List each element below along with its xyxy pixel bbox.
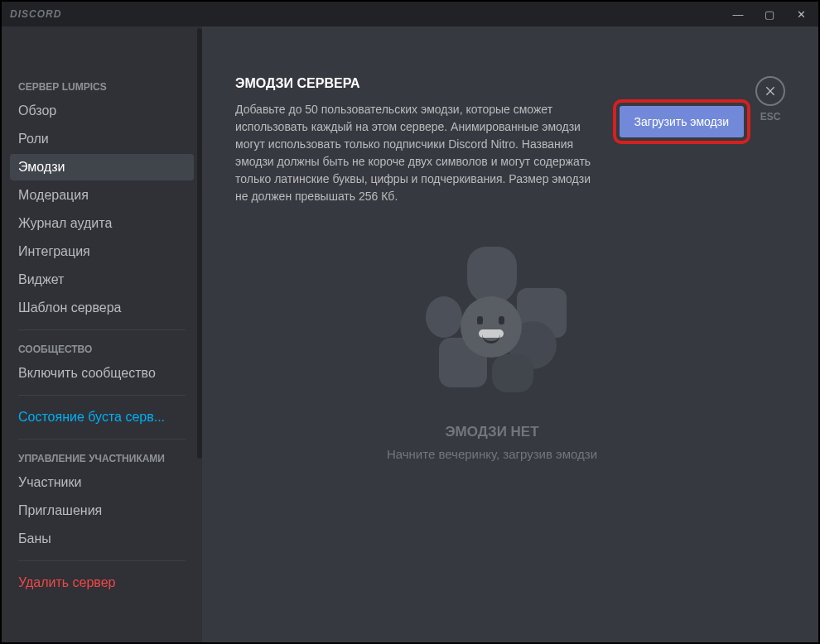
sidebar-item-emoji[interactable]: Эмодзи <box>10 154 194 180</box>
sidebar-item-enable-community[interactable]: Включить сообщество <box>10 360 194 387</box>
upload-emoji-button[interactable]: Загрузить эмодзи <box>620 106 744 137</box>
sidebar-separator <box>18 329 186 330</box>
sidebar-item-audit-log[interactable]: Журнал аудита <box>10 210 194 237</box>
header-row: ЭМОДЗИ СЕРВЕРА Добавьте до 50 пользовате… <box>235 76 749 205</box>
empty-state-illustration <box>401 238 583 404</box>
sidebar-item-widget[interactable]: Виджет <box>10 267 194 293</box>
section-title: ЭМОДЗИ СЕРВЕРА <box>235 76 591 91</box>
header-text-col: ЭМОДЗИ СЕРВЕРА Добавьте до 50 пользовате… <box>235 76 591 205</box>
main-area: СЕРВЕР LUMPICS Обзор Роли Эмодзи Модерац… <box>2 26 818 642</box>
sidebar-header-server: СЕРВЕР LUMPICS <box>10 76 194 98</box>
titlebar: DISCORD — ▢ ✕ <box>2 2 818 26</box>
close-window-button[interactable]: ✕ <box>792 8 810 21</box>
app-logo: DISCORD <box>10 8 61 20</box>
empty-state-subtitle: Начните вечеринку, загрузив эмодзи <box>387 447 597 461</box>
close-column: ESC <box>755 76 785 123</box>
sidebar-item-roles[interactable]: Роли <box>10 126 194 152</box>
sidebar-item-overview[interactable]: Обзор <box>10 98 194 124</box>
empty-state: ЭМОДЗИ НЕТ Начните вечеринку, загрузив э… <box>235 238 749 461</box>
sidebar-item-integrations[interactable]: Интеграция <box>10 238 194 265</box>
sidebar-item-members[interactable]: Участники <box>10 469 194 496</box>
sidebar-separator <box>18 560 186 561</box>
close-button[interactable] <box>755 76 785 106</box>
minimize-button[interactable]: — <box>729 8 747 21</box>
sidebar-item-moderation[interactable]: Модерация <box>10 182 194 209</box>
maximize-button[interactable]: ▢ <box>760 8 779 21</box>
window-controls: — ▢ ✕ <box>729 8 810 21</box>
section-description: Добавьте до 50 пользовательских эмодзи, … <box>235 101 591 205</box>
sidebar-header-community: СООБЩЕСТВО <box>10 339 194 360</box>
sidebar-item-invites[interactable]: Приглашения <box>10 497 194 524</box>
empty-state-title: ЭМОДЗИ НЕТ <box>445 424 538 440</box>
sidebar-header-members: УПРАВЛЕНИЕ УЧАСТНИКАМИ <box>10 448 194 469</box>
sidebar-item-delete-server[interactable]: Удалить сервер <box>10 570 194 596</box>
sidebar-item-bans[interactable]: Баны <box>10 526 194 552</box>
settings-sidebar: СЕРВЕР LUMPICS Обзор Роли Эмодзи Модерац… <box>2 26 202 642</box>
sidebar-separator <box>18 395 186 396</box>
close-icon <box>764 84 777 98</box>
sidebar-separator <box>18 439 186 440</box>
upload-button-highlight: Загрузить эмодзи <box>613 99 750 144</box>
content-wrap: ЭМОДЗИ СЕРВЕРА Добавьте до 50 пользовате… <box>202 26 818 642</box>
content: ЭМОДЗИ СЕРВЕРА Добавьте до 50 пользовате… <box>235 76 749 609</box>
sidebar-item-boost-status[interactable]: Состояние буста серв... <box>10 404 194 430</box>
sidebar-item-template[interactable]: Шаблон сервера <box>10 295 194 321</box>
esc-label: ESC <box>760 111 781 123</box>
